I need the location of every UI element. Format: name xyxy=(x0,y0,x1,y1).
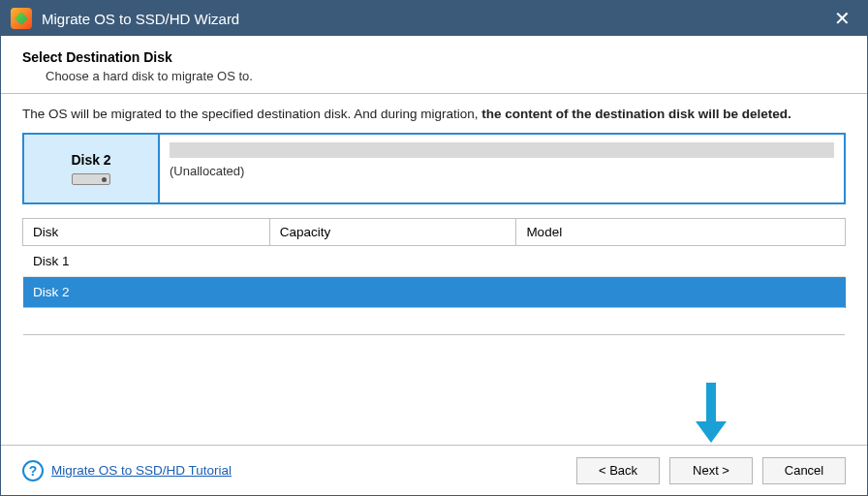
back-button[interactable]: < Back xyxy=(576,457,660,484)
selected-disk-panel: Disk 2 (Unallocated) xyxy=(22,133,846,204)
disk-cell: Disk 1 xyxy=(23,246,846,277)
selected-disk-name: Disk 2 xyxy=(71,152,110,168)
titlebar: Migrate OS to SSD/HD Wizard ✕ xyxy=(1,1,867,36)
hdd-icon xyxy=(72,173,110,185)
warning-prefix: The OS will be migrated to the specified… xyxy=(22,107,481,121)
help-icon[interactable]: ? xyxy=(22,460,44,481)
selected-disk-detail: (Unallocated) xyxy=(160,135,844,202)
disk-table: Disk Capacity Model Disk 1 Disk 2 xyxy=(22,218,846,335)
wizard-header: Select Destination Disk Choose a hard di… xyxy=(1,36,867,94)
page-title: Select Destination Disk xyxy=(22,49,846,65)
tutorial-link[interactable]: Migrate OS to SSD/HD Tutorial xyxy=(51,463,232,478)
window-title: Migrate OS to SSD/HD Wizard xyxy=(42,11,239,27)
col-model[interactable]: Model xyxy=(516,219,846,246)
table-row[interactable]: Disk 1 xyxy=(23,246,846,277)
cancel-button[interactable]: Cancel xyxy=(762,457,846,484)
col-disk[interactable]: Disk xyxy=(23,219,270,246)
content-area: The OS will be migrated to the specified… xyxy=(1,94,867,335)
warning-text: The OS will be migrated to the specified… xyxy=(22,106,846,123)
disk-cell: Disk 2 xyxy=(23,277,846,308)
selected-disk-label: Disk 2 xyxy=(24,135,160,202)
footer: ? Migrate OS to SSD/HD Tutorial < Back N… xyxy=(1,445,867,495)
help-link-group: ? Migrate OS to SSD/HD Tutorial xyxy=(22,460,232,481)
capacity-bar xyxy=(170,142,834,158)
next-button[interactable]: Next > xyxy=(669,457,753,484)
hint-arrow-icon xyxy=(697,383,726,443)
disk-state: (Unallocated) xyxy=(170,164,834,178)
warning-bold: the content of the destination disk will… xyxy=(481,107,791,121)
table-row-empty xyxy=(23,308,846,335)
page-subtitle: Choose a hard disk to migrate OS to. xyxy=(46,69,846,83)
button-bar: < Back Next > Cancel xyxy=(576,457,846,484)
app-icon xyxy=(11,8,32,29)
close-icon[interactable]: ✕ xyxy=(828,7,855,30)
table-row[interactable]: Disk 2 xyxy=(23,277,846,308)
col-capacity[interactable]: Capacity xyxy=(269,219,516,246)
